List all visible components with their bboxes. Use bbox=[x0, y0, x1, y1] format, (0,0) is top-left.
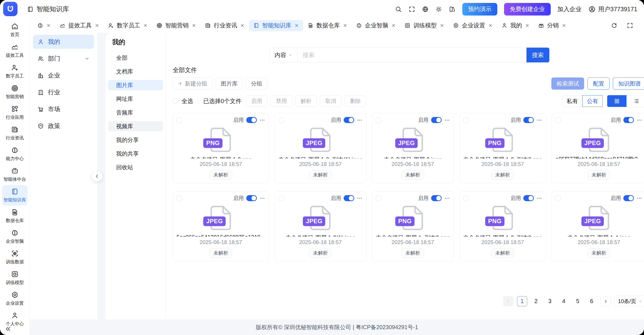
more-menu-icon[interactable] bbox=[357, 195, 362, 201]
tab[interactable]: 我的 bbox=[497, 20, 534, 31]
file-checkbox[interactable] bbox=[556, 196, 561, 201]
language-globe-icon[interactable] bbox=[422, 6, 429, 13]
tab[interactable]: 企业设置 bbox=[448, 20, 497, 31]
sidebar-item[interactable]: 智能知识库 bbox=[2, 185, 28, 205]
tab-close-icon[interactable] bbox=[562, 23, 566, 28]
org-nav-item[interactable]: 企业 bbox=[33, 69, 94, 82]
sidebar-item[interactable]: 智能体中台 bbox=[2, 165, 28, 185]
tab-close-icon[interactable] bbox=[240, 23, 245, 28]
sidebar-item[interactable]: 智能营销 bbox=[2, 82, 28, 102]
enable-toggle[interactable] bbox=[431, 117, 442, 123]
tab[interactable]: 智能营销 bbox=[152, 20, 200, 31]
user-chip[interactable]: 用户37739171 bbox=[588, 5, 637, 13]
theme-light-icon[interactable] bbox=[436, 6, 442, 13]
sidebar-item[interactable]: 训练模型 bbox=[2, 268, 28, 288]
file-checkbox[interactable] bbox=[176, 117, 182, 123]
skin-palette-icon[interactable] bbox=[449, 6, 456, 13]
file-card[interactable]: 启用 PNG bbox=[460, 113, 546, 183]
sidebar-item[interactable]: 首页 bbox=[2, 20, 28, 40]
file-card[interactable]: 启用 PNG bbox=[173, 113, 269, 183]
chevron-down-icon[interactable] bbox=[84, 56, 90, 61]
bulk-action-button[interactable]: 删除 bbox=[344, 95, 366, 107]
search-input[interactable] bbox=[298, 48, 526, 62]
file-checkbox[interactable] bbox=[556, 117, 561, 123]
page-number-button[interactable]: 3 bbox=[545, 296, 555, 306]
collapse-sidebar-icon[interactable] bbox=[5, 325, 12, 332]
tab-close-icon[interactable] bbox=[488, 23, 493, 28]
tree-item[interactable]: 全部 bbox=[108, 53, 163, 63]
page-size-select[interactable]: 10条/页 bbox=[614, 296, 644, 307]
page-number-button[interactable]: 2 bbox=[531, 296, 541, 306]
enable-toggle[interactable] bbox=[431, 195, 442, 201]
fullscreen-icon[interactable] bbox=[408, 6, 415, 13]
sidebar-item[interactable]: 训练数据 bbox=[2, 247, 28, 267]
visibility-option[interactable]: 私有 bbox=[562, 95, 582, 107]
app-logo[interactable] bbox=[3, 2, 18, 16]
enable-toggle[interactable] bbox=[246, 117, 257, 123]
tree-item[interactable]: 图片库 bbox=[108, 80, 163, 90]
page-number-button[interactable]: 5 bbox=[573, 296, 583, 306]
enable-toggle[interactable] bbox=[344, 195, 354, 201]
org-nav-item[interactable]: 政策 bbox=[33, 119, 94, 133]
tab-close-icon[interactable] bbox=[525, 23, 530, 28]
refresh-icon[interactable] bbox=[611, 22, 617, 29]
more-menu-icon[interactable] bbox=[636, 195, 642, 201]
bulk-action-button[interactable]: 取消 bbox=[320, 95, 342, 107]
join-enterprise-link[interactable]: 加入企业 bbox=[558, 5, 582, 13]
more-menu-icon[interactable] bbox=[444, 117, 450, 123]
search-category-select[interactable]: 内容 bbox=[270, 48, 298, 62]
sidebar-item[interactable]: 行业应用 bbox=[2, 103, 28, 123]
sidebar-item[interactable]: 提效工具 bbox=[2, 41, 28, 61]
enable-toggle[interactable] bbox=[623, 195, 634, 201]
file-card[interactable]: 启用 JPEG bbox=[552, 191, 644, 261]
more-menu-icon[interactable] bbox=[444, 195, 450, 201]
tab-close-icon[interactable] bbox=[391, 23, 396, 28]
kb-action-button[interactable]: 配置 bbox=[588, 78, 610, 90]
tree-item[interactable]: 我的分享 bbox=[108, 135, 163, 145]
tab-close-icon[interactable] bbox=[46, 23, 51, 28]
search-button[interactable]: 搜索 bbox=[526, 48, 549, 62]
sidebar-item[interactable]: 企业智脑 bbox=[2, 227, 28, 247]
tab-close-icon[interactable] bbox=[143, 23, 148, 28]
tree-item[interactable]: 视频库 bbox=[108, 121, 163, 131]
sidebar-item[interactable]: 企业设置 bbox=[2, 288, 28, 309]
org-nav-item[interactable]: 市场 bbox=[33, 102, 94, 116]
sidebar-item[interactable]: 能力中心 bbox=[2, 144, 28, 164]
more-menu-icon[interactable] bbox=[536, 117, 542, 123]
file-checkbox[interactable] bbox=[376, 117, 381, 123]
tab[interactable]: 提效工具 bbox=[55, 20, 104, 31]
sidebar-item[interactable]: 数字员工 bbox=[2, 61, 28, 82]
page-number-button[interactable]: 1 bbox=[517, 296, 527, 306]
tab[interactable]: 训练模型 bbox=[400, 20, 448, 31]
more-menu-icon[interactable] bbox=[536, 195, 542, 201]
file-card[interactable]: 启用 PNG bbox=[460, 191, 546, 261]
enable-toggle[interactable] bbox=[523, 195, 534, 201]
more-menu-icon[interactable] bbox=[259, 195, 265, 201]
file-checkbox[interactable] bbox=[463, 117, 468, 123]
tab-close-icon[interactable] bbox=[343, 23, 348, 28]
enable-toggle[interactable] bbox=[523, 117, 534, 123]
org-nav-item[interactable]: 行业 bbox=[33, 85, 94, 99]
tab-close-icon[interactable] bbox=[294, 23, 299, 28]
page-number-button[interactable]: 6 bbox=[586, 296, 597, 306]
kb-action-button[interactable]: 知识图谱 bbox=[613, 78, 644, 90]
tree-item[interactable]: 我的共享 bbox=[108, 148, 163, 159]
new-group-button[interactable]: 新建分组 bbox=[173, 78, 212, 90]
visibility-option[interactable]: 公有 bbox=[582, 95, 602, 107]
file-card[interactable]: 启用 JPEG bbox=[372, 113, 454, 183]
sidebar-item[interactable]: 数据仓库 bbox=[2, 206, 28, 226]
prev-page-button[interactable] bbox=[503, 296, 513, 306]
tab-close-icon[interactable] bbox=[440, 23, 444, 28]
file-checkbox[interactable] bbox=[463, 196, 468, 201]
file-card[interactable]: 启用 JPEG bbox=[173, 191, 269, 261]
select-all-checkbox[interactable] bbox=[173, 98, 178, 104]
tab-close-icon[interactable] bbox=[192, 23, 196, 28]
group-tab[interactable]: 图片库 bbox=[216, 78, 243, 90]
book-demo-button[interactable]: 预约演示 bbox=[462, 3, 497, 16]
tab[interactable]: 数据仓库 bbox=[303, 20, 352, 31]
file-checkbox[interactable] bbox=[376, 196, 381, 201]
list-view-button[interactable] bbox=[626, 95, 644, 107]
tab[interactable]: 行业资讯 bbox=[200, 20, 249, 31]
more-menu-icon[interactable] bbox=[636, 117, 642, 123]
tab[interactable] bbox=[33, 20, 55, 31]
